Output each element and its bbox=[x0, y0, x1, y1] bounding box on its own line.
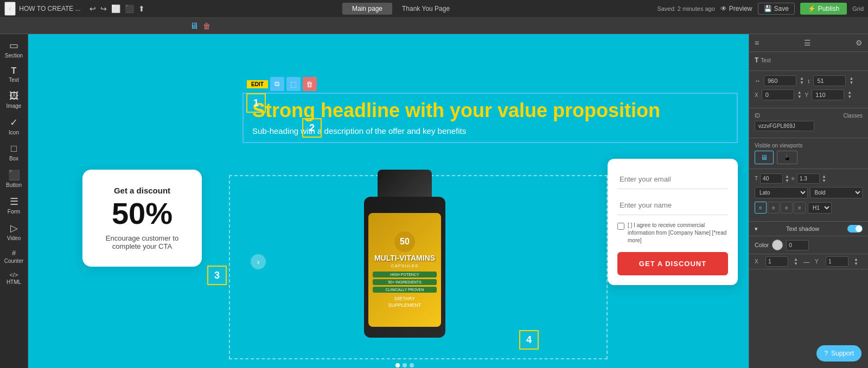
shadow-y-input[interactable] bbox=[826, 256, 848, 267]
id-classes-row: ID Classes bbox=[755, 113, 863, 119]
publish-button[interactable]: ⚡ Publish bbox=[800, 3, 847, 15]
section-icon: ▭ bbox=[9, 40, 18, 51]
content-row: Get a discount 50% Encourage customer to… bbox=[61, 159, 738, 365]
sidebar-item-label: Form bbox=[8, 209, 20, 215]
top-down[interactable]: ▼ bbox=[849, 81, 853, 85]
export-icon[interactable]: ⬆ bbox=[138, 4, 145, 13]
sidebar-item-label: Image bbox=[7, 103, 22, 109]
lh-down[interactable]: ▼ bbox=[822, 179, 826, 183]
desktop-device-icon[interactable]: 🖥 bbox=[190, 21, 199, 31]
shadow-row: ▾ Text shadow bbox=[749, 222, 868, 236]
sidebar-item-image[interactable]: 🖼 Image bbox=[0, 87, 28, 112]
support-icon: ? bbox=[824, 350, 828, 357]
right-panel-header: ≡ ☰ ⚙ bbox=[749, 34, 868, 52]
font-size-input[interactable] bbox=[760, 173, 783, 184]
sx-down[interactable]: ▼ bbox=[794, 262, 798, 266]
width-down[interactable]: ▼ bbox=[800, 81, 804, 85]
align-right-button[interactable]: ≡ bbox=[781, 202, 793, 214]
html-icon: </> bbox=[10, 272, 18, 278]
mobile-viewport-button[interactable]: 📱 bbox=[777, 151, 797, 164]
line-height-input[interactable] bbox=[797, 173, 820, 184]
button-icon: ⬛ bbox=[8, 169, 20, 181]
support-label: Support bbox=[831, 350, 854, 357]
sidebar-item-box[interactable]: □ Box bbox=[0, 140, 28, 165]
carousel-next-button[interactable]: › bbox=[251, 254, 266, 269]
shadow-x-input[interactable] bbox=[765, 256, 788, 267]
undo-icon[interactable]: ↩ bbox=[90, 4, 96, 13]
panel-align-center-icon[interactable]: ☰ bbox=[804, 38, 811, 47]
cta-button[interactable]: GET A DISCOUNT bbox=[617, 252, 728, 275]
product-bottle: 50 MULTI-VITAMINS CAPSULES HIGH POTENCY … bbox=[350, 170, 459, 359]
sidebar-item-form[interactable]: ☰ Form bbox=[0, 192, 28, 218]
top-input[interactable] bbox=[813, 75, 846, 86]
page-tabs: Main page Thank You Page bbox=[148, 3, 654, 15]
image-icon: 🖼 bbox=[9, 91, 19, 102]
tab-thank-you-page[interactable]: Thank You Page bbox=[392, 3, 459, 15]
id-input[interactable] bbox=[755, 121, 814, 131]
bottle-brand: MULTI-VITAMINS bbox=[374, 254, 435, 262]
topbar-icons: ↩ ↪ ⬜ ⬛ ⬆ bbox=[90, 4, 145, 13]
element-number-2: 2 bbox=[302, 118, 322, 138]
paste-page-icon[interactable]: ⬛ bbox=[125, 4, 134, 13]
sidebar-item-section[interactable]: ▭ Section bbox=[0, 36, 28, 62]
bottle-number: 50 bbox=[394, 231, 415, 252]
dimensions-section: ↔ ▲▼ ↕ ▲▼ X ▲▼ Y ▲▼ bbox=[749, 71, 868, 108]
width-row: ↔ ▲▼ ↕ ▲▼ bbox=[755, 75, 863, 86]
sidebar-item-text[interactable]: T Text bbox=[0, 63, 28, 86]
name-input[interactable] bbox=[617, 196, 728, 215]
redo-icon[interactable]: ↪ bbox=[100, 4, 107, 13]
fontsize-down[interactable]: ▼ bbox=[785, 179, 789, 183]
dot-2 bbox=[403, 363, 407, 367]
checkbox-row: [ ] I agree to receive commercial inform… bbox=[617, 222, 728, 244]
save-button[interactable]: 💾 Save bbox=[758, 3, 795, 15]
consent-checkbox[interactable] bbox=[617, 223, 624, 230]
y-down[interactable]: ▼ bbox=[847, 95, 852, 99]
font-family-select[interactable]: Lato bbox=[755, 187, 808, 198]
align-center-button[interactable]: ≡ bbox=[768, 202, 780, 214]
text-type-section: T Text bbox=[749, 52, 868, 71]
bottle-footer: DIETARYSUPPLEMENT bbox=[388, 296, 421, 308]
width-input[interactable] bbox=[764, 75, 796, 86]
color-opacity-input[interactable] bbox=[786, 240, 809, 250]
sidebar-item-html[interactable]: </> HTML bbox=[0, 268, 28, 288]
desktop-viewport-button[interactable]: 🖥 bbox=[755, 151, 774, 164]
back-button[interactable]: ‹ bbox=[4, 2, 16, 16]
sidebar-item-counter[interactable]: # Counter bbox=[0, 246, 28, 267]
y-input[interactable] bbox=[812, 89, 844, 100]
email-input[interactable] bbox=[617, 170, 728, 189]
support-button[interactable]: ? Support bbox=[816, 345, 861, 361]
color-swatch[interactable] bbox=[772, 240, 783, 250]
copy-element-button[interactable]: ⧉ bbox=[270, 77, 284, 91]
align-left-button[interactable]: ≡ bbox=[755, 202, 767, 214]
sy-down[interactable]: ▼ bbox=[854, 262, 858, 266]
bottle-badges: HIGH POTENCY 50+ INGREDIENTS CLINICALLY … bbox=[373, 272, 437, 293]
move-element-button[interactable]: ⬚ bbox=[286, 77, 301, 91]
sidebar-item-video[interactable]: ▷ Video bbox=[0, 219, 28, 244]
shadow-separator: — bbox=[803, 259, 809, 265]
align-justify-button[interactable]: ≡ bbox=[794, 202, 806, 214]
font-weight-select[interactable]: Bold bbox=[810, 187, 863, 198]
delete-section-icon[interactable]: 🗑 bbox=[203, 22, 210, 30]
delete-element-button[interactable]: 🗑 bbox=[303, 77, 317, 91]
panel-settings-icon[interactable]: ⚙ bbox=[856, 38, 863, 47]
x-down[interactable]: ▼ bbox=[797, 95, 802, 99]
shadow-expand-icon[interactable]: ▾ bbox=[755, 225, 758, 233]
color-label: Color bbox=[755, 242, 769, 248]
heading-select[interactable]: H1 H2 H3 bbox=[808, 202, 832, 214]
eye-icon: 👁 bbox=[720, 5, 727, 12]
tab-main-page[interactable]: Main page bbox=[342, 3, 392, 15]
discount-label: Get a discount bbox=[98, 186, 187, 195]
panel-align-left-icon[interactable]: ≡ bbox=[755, 38, 759, 47]
badge-2: 50+ INGREDIENTS bbox=[373, 279, 437, 285]
copy-page-icon[interactable]: ⬜ bbox=[111, 4, 120, 13]
x-input[interactable] bbox=[762, 89, 794, 100]
sidebar-item-icon[interactable]: ✓ Icon bbox=[0, 113, 28, 139]
right-panel: ≡ ☰ ⚙ T Text ↔ ▲▼ ↕ ▲▼ X ▲▼ Y bbox=[749, 34, 868, 368]
shadow-toggle[interactable] bbox=[847, 225, 863, 233]
sidebar-item-button[interactable]: ⬛ Button bbox=[0, 166, 28, 191]
preview-button[interactable]: 👁 Preview bbox=[720, 5, 752, 12]
viewport-label: Visible on viewports bbox=[755, 143, 863, 149]
bottle-body: 50 MULTI-VITAMINS CAPSULES HIGH POTENCY … bbox=[364, 197, 445, 338]
discount-card[interactable]: Get a discount 50% Encourage customer to… bbox=[82, 170, 202, 267]
sidebar-item-label: Video bbox=[7, 235, 21, 241]
